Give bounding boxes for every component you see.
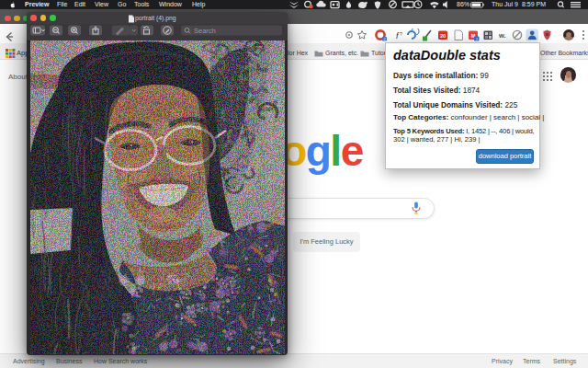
svg-text:w.: w. (498, 31, 506, 40)
svg-text:20: 20 (440, 33, 446, 39)
svg-text:Search: Search (194, 27, 216, 35)
svg-text:?: ? (400, 31, 402, 37)
